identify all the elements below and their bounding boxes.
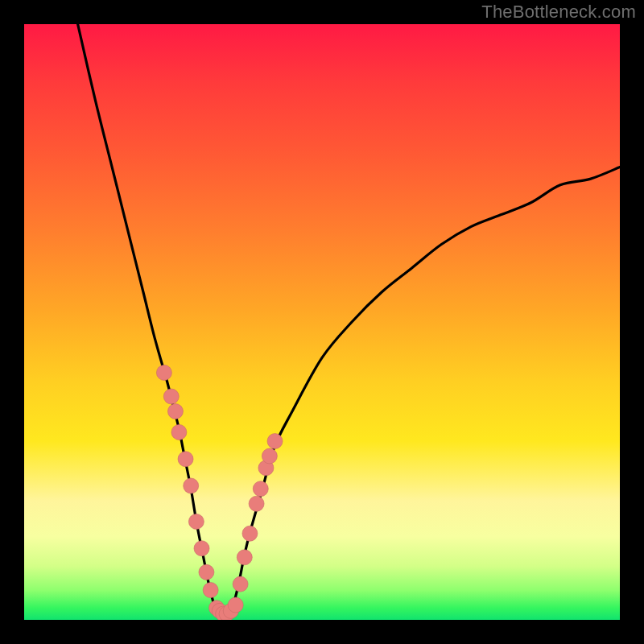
highlight-marker: [178, 452, 193, 467]
highlight-marker: [167, 404, 183, 419]
highlight-marker: [171, 424, 187, 440]
highlight-marker: [253, 481, 268, 497]
chart-overlay: [24, 24, 620, 620]
highlight-marker: [163, 389, 179, 404]
watermark-text: TheBottleneck.com: [481, 2, 636, 23]
highlight-marker: [184, 478, 199, 493]
highlight-markers: [156, 365, 283, 620]
highlight-marker: [267, 434, 283, 449]
highlight-marker: [203, 583, 218, 598]
highlight-marker: [199, 564, 214, 580]
highlight-marker: [233, 576, 248, 592]
highlight-marker: [262, 448, 277, 464]
curve-right-branch: [233, 167, 620, 609]
chart-frame: TheBottleneck.com: [0, 0, 644, 644]
highlight-marker: [194, 541, 209, 556]
highlight-marker: [237, 550, 252, 565]
highlight-marker: [242, 526, 258, 541]
highlight-marker: [228, 597, 243, 613]
highlight-marker: [249, 496, 264, 511]
plot-area: [24, 24, 620, 620]
highlight-marker: [156, 365, 171, 380]
highlight-marker: [188, 514, 204, 529]
